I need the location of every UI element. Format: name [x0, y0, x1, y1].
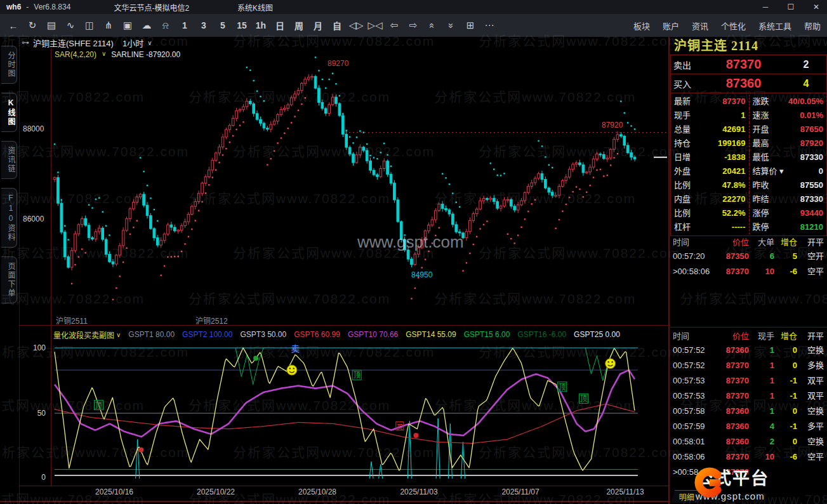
tape-row[interactable]: 00:57:588736010空换 [670, 404, 827, 419]
trend-chart-icon[interactable]: ∿ [62, 17, 79, 34]
workspace-tab-0[interactable]: 文华云节点-模拟电信2 [109, 1, 194, 14]
tape-row[interactable]: >00:58:068737010-6空平 [670, 264, 827, 279]
stat-label: 杠杆 [674, 220, 691, 234]
sar-indicator-label[interactable]: SAR(4,2,20) [55, 50, 96, 59]
period-button-日[interactable]: 日 [272, 17, 288, 34]
stat-label: 涨停 [753, 206, 769, 220]
chevron-down-icon[interactable]: ∨ [102, 50, 106, 59]
menu-item-3[interactable]: 个性化 [721, 20, 746, 32]
cloud-icon[interactable]: ☁ [138, 17, 155, 34]
g-logo-icon [692, 465, 727, 500]
tape-delta: 0 [776, 343, 798, 358]
period-button-3[interactable]: 3 [195, 17, 212, 34]
tape-row[interactable]: 00:57:208735065空开 [670, 249, 827, 264]
kline-chart-icon[interactable]: ◫ [81, 17, 98, 34]
expand-bars-icon[interactable]: ▷◁ [367, 17, 383, 34]
tick-tape: 时间价位现手增仓开平00:57:528736010空换00:57:5287370… [670, 330, 827, 480]
stat-value: 0.01% [769, 109, 823, 123]
tape-row[interactable]: 00:57:59873604-1多平 [670, 419, 827, 434]
period-button-周[interactable]: 周 [291, 17, 307, 34]
param-GSPT2: GSPT2 100.00 [182, 330, 232, 339]
tick-chart-icon[interactable]: ⋔ [100, 17, 117, 34]
page-right-icon[interactable]: ⇨ [405, 17, 421, 34]
workspace-tabs: 文华云节点-模拟电信2系统K线图 [70, 1, 278, 14]
tape-delta: 0 [776, 404, 798, 419]
quote-symbol-title[interactable]: 沪铜主连 2114 [670, 37, 827, 55]
stat-value: 1 [691, 109, 745, 123]
tape-row[interactable]: 00:57:53873701-1双平 [670, 373, 827, 388]
close-button[interactable]: ✕ [810, 3, 822, 11]
tape-row[interactable]: 00:57:53873701-1双平 [670, 388, 827, 404]
maximize-button[interactable]: ☐ [785, 3, 797, 11]
menu-item-1[interactable]: 账户 [663, 20, 679, 32]
compress-bars-icon[interactable]: ◁▷ [348, 17, 364, 34]
back-icon[interactable]: ← [5, 17, 22, 34]
date-tick: 2025/10/16 [95, 487, 133, 496]
period-button-1h[interactable]: 1h [253, 17, 269, 34]
bid-row[interactable]: 买入 87360 4 [670, 74, 827, 93]
app-name: wh6 [6, 3, 21, 11]
tape-header-cell: 价位 [713, 236, 750, 249]
sub-indicator-label[interactable]: 量化波段买卖副图 [53, 329, 114, 340]
stat-label[interactable]: 结算价 ▾ [753, 164, 784, 178]
tape-row[interactable]: 00:57:528736010空换 [670, 343, 827, 358]
stat-cell: 涨停93440 [749, 206, 827, 220]
tape-volume: 1 [750, 358, 776, 373]
alert-bell-icon[interactable]: ⍾ [157, 17, 174, 34]
period-selector[interactable]: 1小时 [122, 37, 143, 49]
sidebar-tab-分时图[interactable]: 分时图 [1, 46, 17, 84]
stat-label: 比例 [674, 206, 691, 220]
more-tools-icon[interactable]: ⋯ [481, 17, 498, 34]
stat-cell: 外盘20421 [671, 164, 749, 178]
param-GSPT14: GSPT14 55.09 [406, 330, 456, 339]
stat-value: 87330 [769, 150, 823, 164]
tape-direction: 双平 [798, 388, 825, 404]
tape-row[interactable]: 00:57:528737010多换 [670, 358, 827, 373]
sidebar-tab-资讯链[interactable]: 资讯链 [1, 141, 17, 179]
tape-row[interactable]: 00:58:068737010-6空平 [670, 449, 827, 465]
period-button-月[interactable]: 月 [310, 17, 326, 34]
contract-mark: 沪铜2512 [195, 315, 228, 326]
period-button-自[interactable]: 自 [329, 17, 345, 34]
tape-time: 00:57:59 [670, 419, 713, 434]
menu-item-5[interactable]: 帮助 [804, 20, 821, 32]
quote-board-icon[interactable]: ▤ [43, 17, 60, 34]
sidebar-tab-页面下单[interactable]: 页面下单 [1, 256, 17, 303]
sar-indicator-value: SARLINE -87920.00 [111, 50, 180, 59]
refresh-icon[interactable]: ↻ [24, 17, 41, 34]
tape-row[interactable]: 00:58:018736020空换 [670, 434, 827, 449]
stat-value: 20421 [691, 164, 745, 178]
symbol-title[interactable]: 沪铜主连(SHFE 2114) [33, 37, 114, 49]
main-candlestick-chart[interactable] [19, 48, 668, 325]
menu-item-4[interactable]: 系统工具 [758, 20, 791, 32]
sidebar-tab-F10资料[interactable]: F10资料 [1, 188, 17, 248]
minimize-button[interactable]: ─ [760, 3, 771, 11]
period-button-1[interactable]: 1 [176, 17, 193, 34]
stat-label: 昨收 [753, 178, 769, 192]
link-icon[interactable]: ⊶ [22, 38, 29, 47]
period-button-15[interactable]: 15 [234, 17, 250, 34]
menu-item-2[interactable]: 资讯 [692, 20, 708, 32]
param-GSPT10: GSPT10 70.66 [348, 330, 398, 339]
application-window: wh6 - Ver6.8.834 文华云节点-模拟电信2系统K线图 ─☐✕ ←↻… [0, 0, 827, 504]
oscillator-chart[interactable]: 顶卖顶买顶顶 [19, 340, 668, 486]
app-version: Ver6.8.834 [34, 3, 70, 11]
chevron-down-icon[interactable]: ∨ [147, 39, 152, 46]
stat-cell: 比例47.8% [671, 178, 749, 192]
chart-left-border [51, 48, 51, 486]
toolbar-icons: ←↻▤∿◫⋔▣☁⍾135151h日周月自◁▷▷◁⇦⇨«»⊞⋯ [5, 17, 498, 34]
order-panel-icon[interactable]: ▣ [119, 17, 136, 34]
svg-text:顶: 顶 [354, 371, 361, 379]
menu-item-0[interactable]: 板块 [633, 20, 650, 32]
ask-row[interactable]: 卖出 87370 2 [670, 55, 827, 74]
period-button-5[interactable]: 5 [215, 17, 231, 34]
workspace-tab-1[interactable]: 系统K线图 [232, 1, 278, 14]
stat-label: 比例 [674, 178, 691, 192]
chevron-down-icon[interactable]: ∨ [116, 331, 121, 338]
date-tick: 2025/11/07 [501, 487, 539, 496]
sidebar-tab-K线图[interactable]: K线图 [1, 93, 17, 132]
collapse-down-icon[interactable]: » [443, 17, 460, 34]
collapse-up-icon[interactable]: « [424, 17, 440, 34]
page-left-icon[interactable]: ⇦ [386, 17, 402, 34]
adjust-width-icon[interactable]: ⊞ [462, 17, 479, 34]
